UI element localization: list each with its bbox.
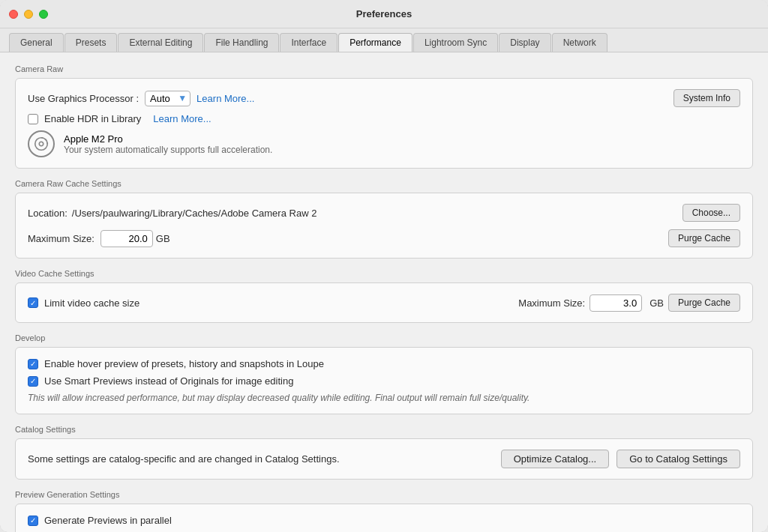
gpu-processor-icon [28,130,55,157]
tab-performance[interactable]: Performance [338,33,412,52]
preview-generation-label: Preview Generation Settings [15,490,753,499]
gpu-description: Your system automatically supports full … [64,145,272,155]
video-limit-row: ✓ Limit video cache size Maximum Size: G… [28,294,740,312]
catalog-settings-section: Catalog Settings Some settings are catal… [15,425,753,480]
system-info-button[interactable]: System Info [674,89,740,107]
gpu-label: Use Graphics Processor : [28,93,139,104]
hdr-row: Enable HDR in Library Learn More... [28,113,740,124]
develop-section: Develop ✓ Enable hover preview of preset… [15,333,753,414]
preview-generation-box: ✓ Generate Previews in parallel [15,504,753,532]
camera-raw-box: Use Graphics Processor : Auto Off ▼ Lear… [15,78,753,169]
video-max-size-label: Maximum Size: [518,297,585,309]
camera-raw-section: Camera Raw Use Graphics Processor : Auto… [15,64,753,169]
hdr-checkbox[interactable] [28,114,38,124]
location-path: /Users/paulwaring/Library/Caches/Adobe C… [72,208,682,219]
location-label: Location: [28,208,68,219]
max-size-row: Maximum Size: GB Purge Cache [28,229,740,247]
tab-network[interactable]: Network [552,33,608,52]
hover-preview-label: Enable hover preview of presets, history… [44,358,324,369]
smart-previews-row: ✓ Use Smart Previews instead of Original… [28,375,740,387]
catalog-settings-box: Some settings are catalog-specific and a… [15,438,753,480]
tabs-bar: General Presets External Editing File Ha… [0,28,768,52]
gpu-info-row: Apple M2 Pro Your system automatically s… [28,130,740,157]
develop-box: ✓ Enable hover preview of presets, histo… [15,347,753,414]
cache-section-label: Camera Raw Cache Settings [15,179,753,188]
preview-generation-section: Preview Generation Settings ✓ Generate P… [15,490,753,532]
hover-preview-checkbox[interactable]: ✓ [28,359,38,369]
video-max-size-unit: GB [650,297,664,309]
catalog-text: Some settings are catalog-specific and a… [28,453,494,465]
camera-raw-label: Camera Raw [15,64,753,73]
go-to-catalog-settings-button[interactable]: Go to Catalog Settings [616,450,740,468]
tab-presets[interactable]: Presets [64,33,118,52]
tab-lightroom-sync[interactable]: Lightroom Sync [413,33,498,52]
generate-previews-checkbox[interactable]: ✓ [28,516,38,526]
generate-previews-row: ✓ Generate Previews in parallel [28,515,740,526]
max-size-label: Maximum Size: [28,233,94,244]
generate-previews-label: Generate Previews in parallel [44,515,172,526]
tab-file-handling[interactable]: File Handling [204,33,279,52]
max-size-unit: GB [156,233,170,244]
main-content: Camera Raw Use Graphics Processor : Auto… [0,52,768,532]
tab-display[interactable]: Display [499,33,550,52]
tab-general[interactable]: General [9,33,64,52]
video-cache-box: ✓ Limit video cache size Maximum Size: G… [15,282,753,323]
close-button[interactable] [9,10,18,19]
video-max-size-input[interactable] [590,294,642,312]
hover-preview-row: ✓ Enable hover preview of presets, histo… [28,358,740,369]
optimize-catalog-button[interactable]: Optimize Catalog... [501,450,610,468]
gpu-learn-more-link[interactable]: Learn More... [196,93,254,104]
gpu-row: Use Graphics Processor : Auto Off ▼ Lear… [28,89,740,107]
catalog-row: Some settings are catalog-specific and a… [28,450,740,468]
choose-button[interactable]: Choose... [682,204,740,222]
video-cache-section: Video Cache Settings ✓ Limit video cache… [15,269,753,323]
cache-box: Location: /Users/paulwaring/Library/Cach… [15,193,753,259]
maximize-button[interactable] [39,10,48,19]
smart-previews-checkbox[interactable]: ✓ [28,376,38,387]
gpu-details: Apple M2 Pro Your system automatically s… [64,133,272,155]
smart-previews-label: Use Smart Previews instead of Originals … [44,375,293,387]
camera-raw-cache-section: Camera Raw Cache Settings Location: /Use… [15,179,753,259]
gpu-model-name: Apple M2 Pro [64,133,272,145]
develop-label: Develop [15,333,753,342]
window-title: Preferences [356,8,412,19]
window-controls [9,10,48,19]
purge-cache-button[interactable]: Purge Cache [668,229,740,247]
preferences-window: Preferences General Presets External Edi… [0,0,768,532]
video-max-size-group: Maximum Size: GB Purge Cache [518,294,740,312]
tab-external-editing[interactable]: External Editing [118,33,203,52]
gpu-select-wrapper[interactable]: Auto Off ▼ [145,91,190,106]
svg-point-1 [39,142,44,146]
hdr-label: Enable HDR in Library [44,113,141,124]
gpu-select[interactable]: Auto Off [150,93,185,104]
location-row: Location: /Users/paulwaring/Library/Cach… [28,204,740,222]
smart-previews-note: This will allow increased performance, b… [28,393,740,403]
video-limit-checkbox[interactable]: ✓ [28,297,38,308]
titlebar: Preferences [0,0,768,28]
video-limit-label: Limit video cache size [44,297,140,309]
hdr-learn-more-link[interactable]: Learn More... [153,113,211,124]
catalog-settings-label: Catalog Settings [15,425,753,434]
tab-interface[interactable]: Interface [280,33,338,52]
minimize-button[interactable] [24,10,33,19]
video-purge-cache-button[interactable]: Purge Cache [668,294,740,312]
video-cache-label: Video Cache Settings [15,269,753,278]
max-size-input[interactable] [100,230,153,247]
